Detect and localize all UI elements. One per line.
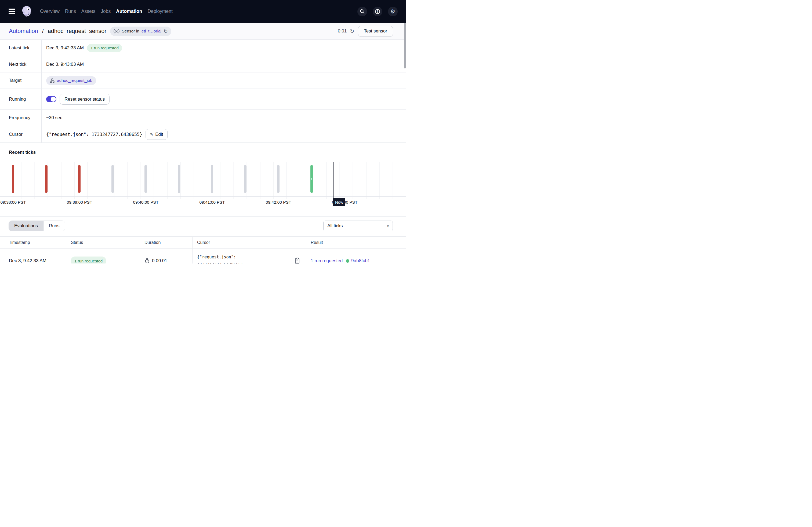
sensor-location-badge: Sensor in etl_t…orial ↻ xyxy=(110,27,171,36)
tab-runs[interactable]: Runs xyxy=(44,221,65,231)
column-header-result: Result xyxy=(306,237,406,249)
page-title: adhoc_request_sensor xyxy=(48,28,106,34)
page-header: Automation / adhoc_request_sensor Sensor… xyxy=(0,23,406,40)
x-axis-tickmarks xyxy=(0,197,406,199)
property-row-running: Running Reset sensor status xyxy=(0,89,406,110)
property-label: Target xyxy=(0,73,42,89)
nav-item-runs[interactable]: Runs xyxy=(65,9,76,14)
tick-bar-success[interactable]: 1 xyxy=(310,165,313,193)
x-axis-labels: 09:38:00 PST09:39:00 PST09:40:00 PST09:4… xyxy=(0,200,406,206)
result-requested-link[interactable]: 1 run requested xyxy=(311,258,343,264)
breadcrumb: Automation / adhoc_request_sensor xyxy=(9,28,106,35)
now-marker-line xyxy=(334,162,334,198)
column-header-status: Status xyxy=(66,237,140,249)
tick-bar-skipped[interactable] xyxy=(277,165,279,193)
vertical-scrollbar[interactable] xyxy=(404,23,406,264)
property-row-target: Target adhoc_request_job xyxy=(0,73,406,89)
tick-bar-skipped[interactable] xyxy=(178,165,180,193)
cell-cursor-line2: 1733247727.6430655} xyxy=(197,262,243,264)
edit-cursor-button[interactable]: ✎ Edit xyxy=(146,129,168,140)
nav-item-deployment[interactable]: Deployment xyxy=(148,9,173,14)
reset-sensor-status-button[interactable]: Reset sensor status xyxy=(60,94,110,105)
recent-ticks-heading: Recent ticks xyxy=(9,150,36,155)
refresh-icon[interactable]: ↻ xyxy=(350,29,354,34)
copy-cursor-icon[interactable] xyxy=(294,258,300,264)
tick-bar-failure[interactable] xyxy=(45,165,47,193)
tick-filter-value: All ticks xyxy=(327,223,343,229)
property-label: Frequency xyxy=(0,110,42,126)
cell-duration: 0:00:01 xyxy=(152,258,167,264)
x-axis-label: 09:39:00 PST xyxy=(67,200,92,205)
job-icon xyxy=(50,78,55,83)
running-toggle[interactable] xyxy=(46,96,56,102)
frequency-value: ~30 sec xyxy=(46,115,62,120)
sensor-badge-label: Sensor in xyxy=(122,29,139,33)
nav-links: Overview Runs Assets Jobs Automation Dep… xyxy=(40,9,173,14)
tick-bar-skipped[interactable] xyxy=(244,165,246,193)
evaluations-runs-segmented-control: Evaluations Runs xyxy=(9,221,65,231)
table-row: Dec 3, 9:42:33 AM 1 run requested 0:00:0… xyxy=(0,249,406,264)
breadcrumb-separator: / xyxy=(42,28,44,34)
reload-location-icon[interactable]: ↻ xyxy=(163,29,168,34)
property-row-frequency: Frequency ~30 sec xyxy=(0,110,406,126)
sensor-properties: Latest tick Dec 3, 9:42:33 AM 1 run requ… xyxy=(0,40,406,143)
evaluations-table: Timestamp Status Duration Cursor Result … xyxy=(0,236,406,264)
next-tick-value: Dec 3, 9:43:03 AM xyxy=(46,62,84,67)
status-badge: 1 run requested xyxy=(71,257,106,264)
top-nav: Overview Runs Assets Jobs Automation Dep… xyxy=(0,0,406,23)
property-row-next-tick: Next tick Dec 3, 9:43:03 AM xyxy=(0,56,406,73)
hamburger-menu-icon[interactable] xyxy=(9,9,15,14)
property-label: Latest tick xyxy=(0,40,42,56)
property-row-cursor: Cursor {"request.json": 1733247727.64306… xyxy=(0,126,406,143)
x-axis-label: 09:38:00 PST xyxy=(1,200,26,205)
nav-item-overview[interactable]: Overview xyxy=(40,9,60,14)
section-divider xyxy=(0,216,406,216)
poll-countdown: 0:01 xyxy=(338,28,347,34)
tick-filter-dropdown[interactable]: All ticks ▾ xyxy=(323,221,393,231)
x-axis-label: 09:40:00 PST xyxy=(133,200,159,205)
column-header-timestamp: Timestamp xyxy=(0,237,66,249)
tick-bar-skipped[interactable] xyxy=(112,165,114,193)
pencil-icon: ✎ xyxy=(150,132,153,136)
chevron-down-icon: ▾ xyxy=(387,224,389,228)
test-sensor-button[interactable]: Test sensor xyxy=(358,26,393,37)
target-job-pill[interactable]: adhoc_request_job xyxy=(46,76,96,85)
tick-bar-failure[interactable] xyxy=(12,165,14,193)
cursor-value: {"request.json": 1733247727.6430655} xyxy=(46,132,142,137)
property-row-latest-tick: Latest tick Dec 3, 9:42:33 AM 1 run requ… xyxy=(0,40,406,56)
help-button[interactable]: ? xyxy=(373,7,382,16)
cell-timestamp: Dec 3, 9:42:33 AM xyxy=(0,249,66,264)
search-icon xyxy=(360,9,365,14)
nav-item-automation[interactable]: Automation xyxy=(116,9,142,14)
settings-button[interactable]: ⚙ xyxy=(388,7,398,16)
property-label: Cursor xyxy=(0,126,42,142)
nav-item-jobs[interactable]: Jobs xyxy=(101,9,111,14)
recent-ticks-plot: 1 xyxy=(0,162,406,197)
breadcrumb-automation-link[interactable]: Automation xyxy=(9,28,38,34)
tick-bar-skipped[interactable] xyxy=(144,165,147,193)
property-label: Next tick xyxy=(0,56,42,72)
now-badge: Now xyxy=(333,198,345,206)
target-job-link[interactable]: adhoc_request_job xyxy=(57,78,92,83)
app-root: Overview Runs Assets Jobs Automation Dep… xyxy=(0,0,406,264)
search-button[interactable] xyxy=(358,7,367,16)
stopwatch-icon xyxy=(144,258,150,264)
latest-tick-status-badge: 1 run requested xyxy=(87,44,122,52)
property-label: Running xyxy=(0,89,42,109)
cell-cursor-line1: {"request.json": xyxy=(197,255,243,259)
table-header-row: Timestamp Status Duration Cursor Result xyxy=(0,237,406,249)
evaluations-controls: Evaluations Runs All ticks ▾ xyxy=(0,221,406,231)
column-header-cursor: Cursor xyxy=(192,237,306,249)
tick-bar-skipped[interactable] xyxy=(211,165,213,193)
nav-item-assets[interactable]: Assets xyxy=(81,9,96,14)
sensor-icon xyxy=(114,29,119,33)
code-location-link[interactable]: etl_t…orial xyxy=(142,29,161,33)
x-axis-label: 09:42:00 PST xyxy=(266,200,291,205)
column-header-duration: Duration xyxy=(140,237,192,249)
x-axis-label: 09:41:00 PST xyxy=(200,200,225,205)
tab-evaluations[interactable]: Evaluations xyxy=(9,221,44,231)
tick-bar-failure[interactable] xyxy=(78,165,81,193)
scrollbar-thumb[interactable] xyxy=(404,23,406,69)
dagster-logo-icon[interactable] xyxy=(21,5,33,18)
result-run-id-link[interactable]: 9ab8fcb1 xyxy=(351,258,370,264)
